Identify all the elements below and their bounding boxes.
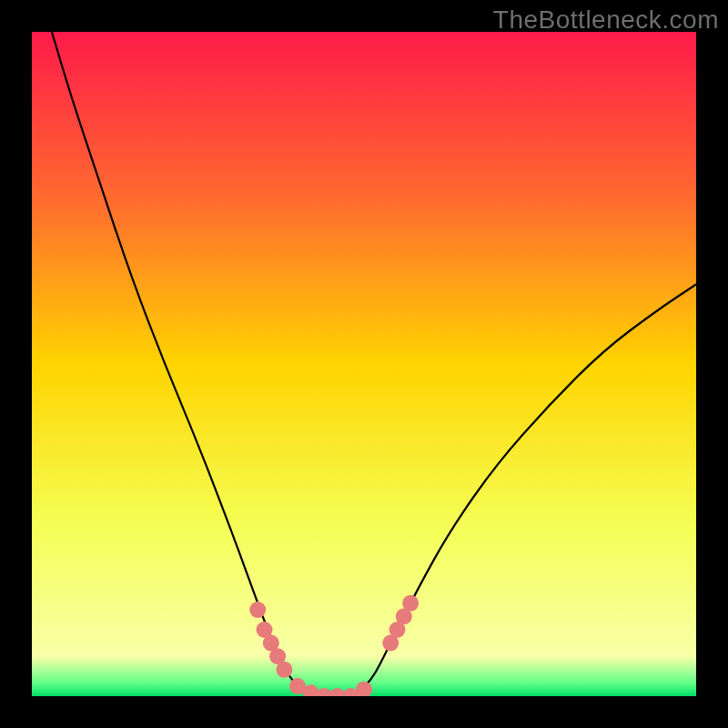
chart-frame: TheBottleneck.com [0, 0, 728, 728]
watermark-text: TheBottleneck.com [493, 5, 719, 35]
highlight-dot [276, 662, 292, 678]
plot-area [32, 32, 696, 696]
gradient-background [32, 32, 696, 696]
bottleneck-chart-svg [32, 32, 696, 696]
highlight-dot [402, 595, 419, 612]
highlight-dot [249, 602, 266, 618]
